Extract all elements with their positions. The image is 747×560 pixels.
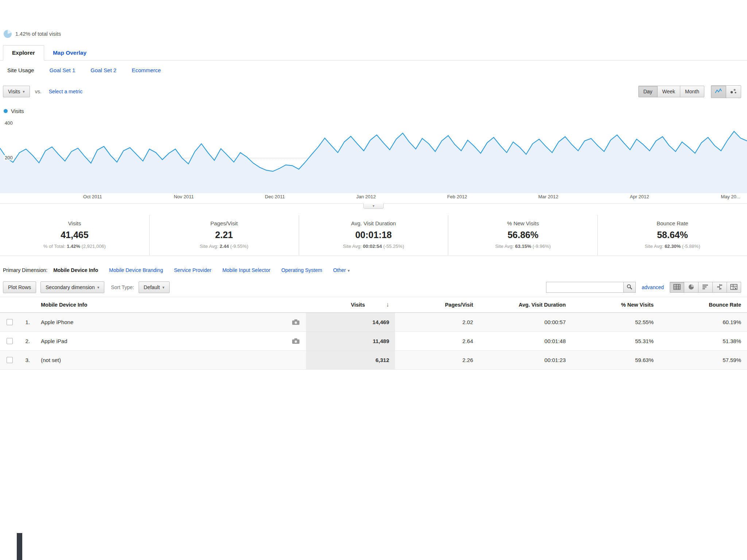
row-checkbox-cell bbox=[0, 351, 19, 369]
row-device-label[interactable]: Apple iPhone bbox=[34, 313, 306, 331]
dimension-link[interactable]: Other▾ bbox=[333, 267, 350, 273]
row-checkbox[interactable] bbox=[7, 357, 13, 363]
x-axis-label: Jan 2012 bbox=[356, 194, 376, 199]
vs-label: vs. bbox=[35, 89, 42, 94]
metric-subtext: Site Avg: 2.44 (-9.55%) bbox=[150, 244, 299, 249]
row-device-label[interactable]: Apple iPad bbox=[34, 332, 306, 350]
visits-line-chart[interactable]: 400 200 bbox=[0, 122, 747, 193]
table-row[interactable]: 1.Apple iPhone14,4692.0200:00:5752.55%60… bbox=[0, 313, 747, 332]
caret-down-icon: ▾ bbox=[23, 90, 25, 94]
x-axis-label: Nov 2011 bbox=[174, 194, 194, 199]
performance-view-button[interactable] bbox=[698, 282, 713, 293]
header-new-visits[interactable]: % New Visits bbox=[572, 297, 659, 312]
table-view-button[interactable] bbox=[670, 282, 684, 293]
search-button[interactable] bbox=[623, 282, 636, 293]
series-color-dot bbox=[4, 109, 8, 113]
sort-type-value: Default bbox=[144, 284, 160, 290]
dimension-link[interactable]: Operating System bbox=[281, 267, 322, 273]
table-row[interactable]: 3.(not set)6,3122.2600:01:2359.63%57.59% bbox=[0, 351, 747, 370]
metric-title: % New Visits bbox=[448, 220, 597, 226]
chart-collapse-tab[interactable]: ▾ bbox=[363, 203, 384, 209]
cell-bounce-rate: 57.59% bbox=[659, 351, 747, 369]
cell-visits: 14,469 bbox=[306, 313, 395, 331]
x-axis-label: Oct 2011 bbox=[83, 194, 102, 199]
row-rank: 1. bbox=[19, 319, 34, 325]
camera-icon[interactable] bbox=[292, 319, 299, 325]
header-mobile-device-info[interactable]: Mobile Device Info bbox=[34, 297, 306, 312]
dimension-link[interactable]: Mobile Device Branding bbox=[109, 267, 163, 273]
sort-type-label: Sort Type: bbox=[111, 284, 134, 290]
header-visits[interactable]: Visits ↓ bbox=[306, 297, 395, 312]
line-chart-icon bbox=[715, 88, 722, 95]
granularity-month-button[interactable]: Month bbox=[680, 86, 704, 97]
cell-new-visits: 59.63% bbox=[572, 351, 659, 369]
line-chart-view-button[interactable] bbox=[711, 85, 726, 98]
data-table: Mobile Device Info Visits ↓ Pages/Visit … bbox=[0, 297, 747, 370]
secondary-dimension-label: Secondary dimension bbox=[46, 284, 95, 290]
tab-map-overlay[interactable]: Map Overlay bbox=[44, 46, 95, 60]
sort-descending-icon[interactable]: ↓ bbox=[386, 301, 390, 308]
row-device-label[interactable]: (not set) bbox=[34, 351, 306, 369]
metric-subtext: Site Avg: 00:02:54 (-55.25%) bbox=[299, 244, 448, 249]
dimension-link[interactable]: Service Provider bbox=[174, 267, 212, 273]
row-rank: 3. bbox=[19, 357, 34, 363]
percentage-view-button[interactable] bbox=[684, 282, 698, 293]
cell-pages-visit: 2.64 bbox=[395, 332, 479, 350]
comparison-chart-icon bbox=[716, 284, 723, 291]
caret-down-icon: ▾ bbox=[97, 285, 100, 289]
bar-chart-icon bbox=[702, 284, 709, 291]
granularity-week-button[interactable]: Week bbox=[657, 86, 681, 97]
tab-explorer[interactable]: Explorer bbox=[3, 45, 44, 61]
metric-selector-button[interactable]: Visits ▾ bbox=[3, 86, 30, 97]
plot-rows-button[interactable]: Plot Rows bbox=[3, 281, 36, 293]
cell-pages-visit: 2.02 bbox=[395, 313, 479, 331]
table-search bbox=[546, 282, 636, 293]
select-a-metric-link[interactable]: Select a metric bbox=[49, 89, 83, 94]
chart-toolbar: Visits ▾ vs. Select a metric Day Week Mo… bbox=[3, 83, 741, 100]
subtab-ecommerce[interactable]: Ecommerce bbox=[132, 67, 161, 73]
sort-type-dropdown[interactable]: Default ▾ bbox=[139, 281, 170, 293]
pivot-view-button[interactable] bbox=[727, 282, 741, 293]
y-axis-tick-200: 200 bbox=[4, 155, 14, 160]
row-checkbox-cell bbox=[0, 313, 19, 331]
table-body: 1.Apple iPhone14,4692.0200:00:5752.55%60… bbox=[0, 313, 747, 370]
x-axis-labels: Oct 2011Nov 2011Dec 2011Jan 2012Feb 2012… bbox=[0, 194, 747, 203]
dimension-mobile-device-info[interactable]: Mobile Device Info bbox=[53, 267, 98, 273]
metric-value: 2.21 bbox=[150, 230, 299, 240]
caret-down-icon: ▾ bbox=[348, 268, 350, 273]
subtab-goal-set-1[interactable]: Goal Set 1 bbox=[49, 67, 75, 73]
subtab-site-usage[interactable]: Site Usage bbox=[7, 67, 34, 73]
x-axis-label: Mar 2012 bbox=[538, 194, 558, 199]
summary-metrics-row: Visits 41,465 % of Total: 1.42% (2,921,0… bbox=[0, 215, 747, 256]
subtab-bar: Site Usage Goal Set 1 Goal Set 2 Ecommer… bbox=[7, 62, 161, 78]
dark-ui-fragment bbox=[17, 533, 22, 560]
table-view-switcher bbox=[670, 282, 741, 293]
search-input[interactable] bbox=[546, 282, 623, 293]
series-legend-label: Visits bbox=[11, 108, 24, 114]
report-header: 1.42% of total visits bbox=[4, 30, 61, 38]
metric-value: 58.64% bbox=[598, 230, 747, 240]
header-avg-visit-duration[interactable]: Avg. Visit Duration bbox=[479, 297, 572, 312]
comparison-view-button[interactable] bbox=[712, 282, 727, 293]
cell-visits: 11,489 bbox=[306, 332, 395, 350]
search-icon bbox=[627, 284, 632, 291]
metric-new-visits: % New Visits 56.86% Site Avg: 63.15% (-9… bbox=[448, 215, 597, 256]
caret-down-icon: ▾ bbox=[162, 285, 165, 289]
cell-visits: 6,312 bbox=[306, 351, 395, 369]
row-checkbox[interactable] bbox=[7, 319, 13, 325]
table-row[interactable]: 2.Apple iPad11,4892.6400:01:4855.31%51.3… bbox=[0, 332, 747, 351]
header-pages-visit[interactable]: Pages/Visit bbox=[395, 297, 479, 312]
cell-pages-visit: 2.26 bbox=[395, 351, 479, 369]
cell-bounce-rate: 60.19% bbox=[659, 313, 747, 331]
x-axis-label: May 20... bbox=[721, 194, 740, 199]
granularity-day-button[interactable]: Day bbox=[638, 86, 658, 97]
motion-chart-view-button[interactable] bbox=[726, 85, 741, 98]
camera-icon[interactable] bbox=[292, 338, 299, 344]
advanced-link[interactable]: advanced bbox=[642, 284, 664, 290]
dimension-link[interactable]: Mobile Input Selector bbox=[222, 267, 271, 273]
subtab-goal-set-2[interactable]: Goal Set 2 bbox=[90, 67, 116, 73]
header-bounce-rate[interactable]: Bounce Rate bbox=[659, 297, 747, 312]
row-checkbox[interactable] bbox=[7, 338, 13, 344]
cell-avg-duration: 00:01:23 bbox=[479, 351, 572, 369]
secondary-dimension-dropdown[interactable]: Secondary dimension ▾ bbox=[40, 281, 104, 293]
